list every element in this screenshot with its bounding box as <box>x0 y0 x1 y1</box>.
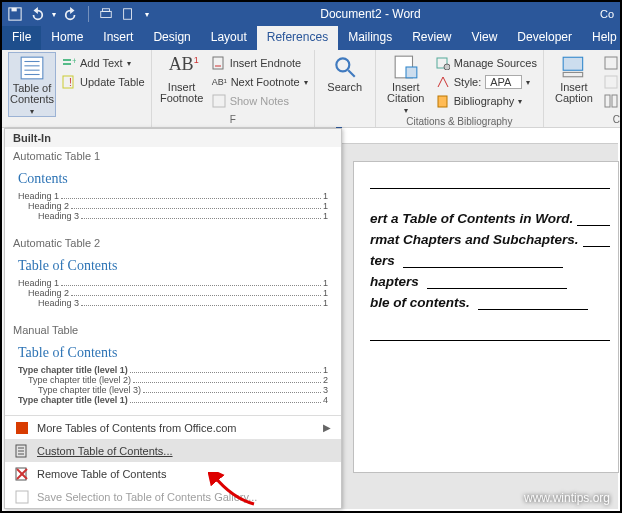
qat-customize-icon[interactable]: ▾ <box>145 10 149 19</box>
more-toc-office[interactable]: More Tables of Contents from Office.com … <box>5 416 341 439</box>
gallery-builtin-header: Built-In <box>5 129 341 147</box>
tab-view[interactable]: View <box>462 26 508 50</box>
insert-table-figures-button[interactable]: Insert Table of Figu <box>604 54 622 72</box>
doc-line: ble of contents. <box>370 295 610 310</box>
print-preview-icon[interactable] <box>99 7 113 21</box>
tab-help[interactable]: Help <box>582 26 622 50</box>
gallery-item-auto2[interactable]: Table of Contents Heading 11 Heading 21 … <box>11 253 335 315</box>
tab-home[interactable]: Home <box>41 26 93 50</box>
window-title: Document2 - Word <box>155 7 586 21</box>
doc-rule <box>370 188 610 189</box>
svg-rect-17 <box>213 57 223 69</box>
tab-references[interactable]: References <box>257 26 338 50</box>
svg-text:!: ! <box>69 77 72 88</box>
add-text-button[interactable]: +Add Text ▾ <box>62 54 145 72</box>
office-icon <box>15 421 29 435</box>
next-footnote-button[interactable]: AB¹Next Footnote ▾ <box>212 73 308 91</box>
document-page[interactable]: ert a Table of Contents in Word. rmat Ch… <box>354 162 618 472</box>
cross-ref-icon <box>604 94 618 108</box>
insert-footnote-button[interactable]: AB1 Insert Footnote <box>158 52 206 113</box>
tab-file[interactable]: File <box>2 26 41 50</box>
watermark: www.wintips.org <box>524 491 610 505</box>
tab-insert[interactable]: Insert <box>93 26 143 50</box>
svg-rect-41 <box>16 491 28 503</box>
svg-rect-19 <box>213 95 225 107</box>
svg-line-21 <box>348 70 355 77</box>
horizontal-ruler[interactable] <box>342 128 618 144</box>
insert-endnote-button[interactable]: Insert Endnote <box>212 54 308 72</box>
tab-developer[interactable]: Developer <box>507 26 582 50</box>
update-cap-icon <box>604 75 618 89</box>
tab-mailings[interactable]: Mailings <box>338 26 402 50</box>
svg-rect-4 <box>124 9 132 20</box>
svg-rect-27 <box>563 57 583 70</box>
bibliography-icon <box>436 94 450 108</box>
search-button[interactable]: Search <box>321 52 369 113</box>
gallery-section: Automatic Table 2 <box>5 234 341 251</box>
svg-point-25 <box>444 64 450 70</box>
svg-rect-13 <box>63 63 71 65</box>
toc-gallery: Built-In Automatic Table 1 Contents Head… <box>4 128 342 509</box>
chevron-right-icon: ▶ <box>323 422 331 433</box>
svg-rect-32 <box>612 95 617 107</box>
svg-rect-28 <box>563 72 583 76</box>
update-icon: ! <box>62 75 76 89</box>
tab-design[interactable]: Design <box>143 26 200 50</box>
manage-sources-button[interactable]: Manage Sources <box>436 54 537 72</box>
citation-icon <box>393 54 419 80</box>
toc-button[interactable]: Table of Contents ▾ <box>8 52 56 117</box>
doc-line: ters <box>370 253 610 268</box>
gallery-item-auto1[interactable]: Contents Heading 11 Heading 21 Heading 3… <box>11 166 335 228</box>
doc-line: hapters <box>370 274 610 289</box>
custom-toc-icon <box>15 444 29 458</box>
footnote-icon: AB1 <box>169 54 195 80</box>
gallery-section: Automatic Table 1 <box>5 147 341 164</box>
svg-rect-29 <box>605 57 617 69</box>
save-icon[interactable] <box>8 7 22 21</box>
new-doc-icon[interactable] <box>121 7 135 21</box>
update-table-button[interactable]: !Update Table <box>62 73 145 91</box>
document-area: ert a Table of Contents in Word. rmat Ch… <box>342 144 618 509</box>
redo-icon[interactable] <box>64 7 78 21</box>
update-captions-button: Update Table <box>604 73 622 91</box>
remove-toc[interactable]: Remove Table of Contents <box>5 462 341 485</box>
chevron-down-icon: ▾ <box>30 107 34 116</box>
manage-sources-icon <box>436 56 450 70</box>
undo-icon[interactable] <box>30 7 44 21</box>
save-gallery-icon <box>15 490 29 504</box>
tab-review[interactable]: Review <box>402 26 461 50</box>
show-notes-button: Show Notes <box>212 92 308 110</box>
insert-citation-button[interactable]: Insert Citation ▾ <box>382 52 430 115</box>
toc-icon <box>19 55 45 81</box>
doc-line: rmat Chapters and Subchapters. <box>370 232 610 247</box>
insert-caption-button[interactable]: Insert Caption <box>550 52 598 113</box>
save-toc-gallery: Save Selection to Table of Contents Gall… <box>5 485 341 508</box>
title-right: Co <box>586 8 620 20</box>
custom-toc[interactable]: Custom Table of Contents... <box>5 439 341 462</box>
bibliography-button[interactable]: Bibliography ▾ <box>436 92 537 110</box>
next-footnote-icon: AB¹ <box>212 77 227 87</box>
svg-rect-3 <box>103 9 110 12</box>
gallery-item-manual[interactable]: Table of Contents Type chapter title (le… <box>11 340 335 412</box>
endnote-icon <box>212 56 226 70</box>
tab-layout[interactable]: Layout <box>201 26 257 50</box>
remove-toc-icon <box>15 467 29 481</box>
citation-style[interactable]: Style: APA▾ <box>436 73 537 91</box>
svg-rect-31 <box>605 95 610 107</box>
undo-more-icon[interactable]: ▾ <box>52 10 56 19</box>
svg-rect-26 <box>438 96 447 107</box>
svg-rect-33 <box>16 422 28 434</box>
gallery-section: Manual Table <box>5 321 341 338</box>
svg-rect-23 <box>406 67 417 78</box>
svg-rect-7 <box>21 57 43 79</box>
caption-icon <box>561 54 587 80</box>
cross-reference-button[interactable]: Cross-reference <box>604 92 622 110</box>
svg-rect-2 <box>101 11 112 17</box>
table-fig-icon <box>604 56 618 70</box>
search-icon <box>332 54 358 80</box>
add-text-icon: + <box>62 56 76 70</box>
show-notes-icon <box>212 94 226 108</box>
svg-rect-12 <box>63 59 71 61</box>
style-icon <box>436 75 450 89</box>
doc-rule <box>370 340 610 341</box>
